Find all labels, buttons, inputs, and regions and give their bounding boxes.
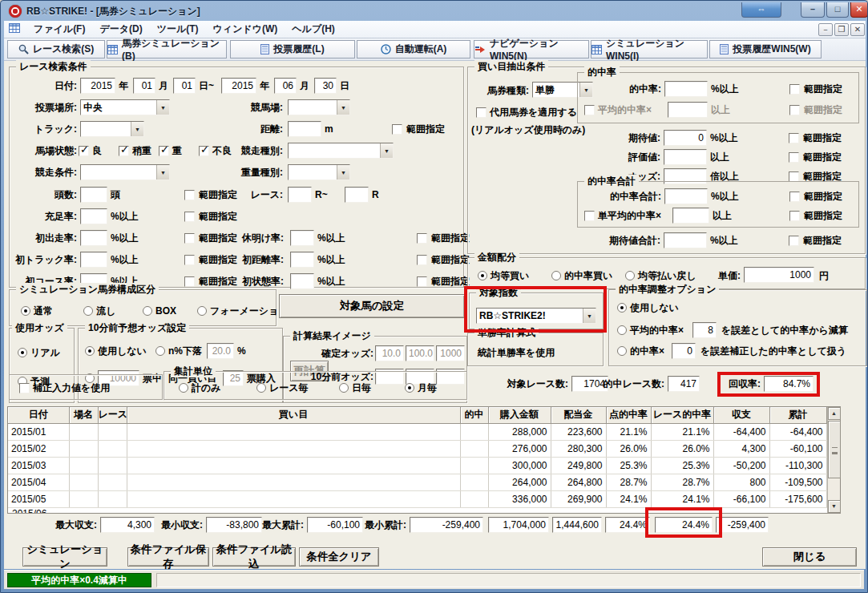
range-checkbox-icon[interactable]	[184, 233, 195, 244]
drop-percent-input[interactable]: 20.0	[207, 343, 234, 359]
first-run-rate-input[interactable]	[80, 230, 107, 246]
track-dropdown[interactable]: ▼	[80, 121, 144, 137]
venue-dropdown[interactable]: 中央▼	[80, 99, 170, 115]
range-checkbox-icon[interactable]	[789, 236, 799, 246]
close-dialog-button[interactable]: 閉じる	[762, 547, 857, 567]
range-checkbox-icon[interactable]	[184, 212, 195, 222]
table-row[interactable]: 2015/01288,000223,60021.1%21.1%-64,400-6…	[8, 423, 826, 440]
table-row[interactable]: 2015/03300,000249,80025.3%25.3%-50,200-1…	[8, 457, 826, 474]
evaluation-range-field[interactable]: 範囲指定	[789, 149, 842, 165]
shukei-day-radio[interactable]: 日毎	[339, 380, 371, 396]
kinto-payback-radio[interactable]: 均等払い戻し	[625, 268, 696, 284]
race-type-dropdown[interactable]: ▼	[288, 143, 394, 159]
menu-file[interactable]: ファイル(F)	[26, 21, 92, 38]
range-checkbox-icon[interactable]	[184, 276, 195, 287]
range-checkbox-icon[interactable]	[789, 84, 800, 95]
clear-all-conditions-button[interactable]: 条件全クリア	[299, 547, 379, 567]
dropdown-arrow-icon[interactable]: ▼	[380, 143, 393, 158]
race-to-input[interactable]	[345, 187, 369, 203]
menu-tools[interactable]: ツール(T)	[150, 21, 206, 38]
date-from-day-input[interactable]: 01	[173, 78, 196, 94]
date-to-month-input[interactable]: 06	[274, 78, 297, 94]
table-column-header[interactable]: 日付	[8, 407, 69, 423]
dropdown-arrow-icon[interactable]: ▼	[131, 122, 143, 136]
menu-window[interactable]: ウィンドウ(W)	[206, 21, 285, 38]
adjust-avg-multiplier-input[interactable]: 8	[692, 322, 717, 338]
dropdown-arrow-icon[interactable]: ▼	[337, 165, 349, 180]
simulation-button[interactable]: シミュレーション	[22, 547, 107, 567]
toolbar-simulation-button[interactable]: 馬券シミュレーション(B)	[107, 40, 227, 58]
avg-hit-range-field[interactable]: 範囲指定	[789, 102, 842, 118]
unit-price-input[interactable]: 1000	[744, 267, 814, 283]
close-button[interactable]: ✕	[850, 2, 868, 18]
odds-real-radio[interactable]: リアル	[18, 345, 60, 361]
date-from-year-input[interactable]: 2015	[80, 78, 115, 94]
shukei-month-radio[interactable]: 月毎	[405, 380, 437, 396]
range-checkbox-icon[interactable]	[417, 255, 427, 265]
range-checkbox-icon[interactable]	[789, 192, 800, 202]
scroll-down-icon[interactable]: ▼	[828, 500, 841, 513]
fixed-odds-input-2[interactable]: 100.0	[406, 345, 434, 361]
load-condition-file-button[interactable]: 条件ファイル読込	[212, 547, 296, 567]
dropdown-arrow-icon[interactable]: ▼	[337, 100, 349, 115]
range-checkbox-icon[interactable]	[417, 233, 427, 244]
fixed-odds-input-1[interactable]: 10.0	[375, 345, 404, 361]
table-row[interactable]: 2015/04264,000264,80028.7%28.7%800-109,5…	[8, 474, 826, 490]
table-row[interactable]: 2015/05336,000269,90024.1%24.1%-66,100-1…	[8, 490, 826, 507]
vertical-scrollbar[interactable]: ▲ ▼	[827, 407, 841, 513]
adjust-hit-radio[interactable]: 的中率×	[617, 343, 664, 359]
table-column-header[interactable]: 買い目	[127, 407, 460, 423]
range-checkbox-icon[interactable]	[184, 190, 195, 200]
range-checkbox-icon[interactable]	[789, 211, 800, 221]
table-column-header[interactable]: 的中	[460, 407, 488, 423]
tan-avg-checkbox[interactable]: 単平均的中率×	[584, 208, 661, 224]
rest-return-rate-input[interactable]	[290, 230, 314, 246]
hit-sum-range-field[interactable]: 範囲指定	[789, 188, 842, 204]
mdi-restore-button[interactable]: ❐	[834, 23, 849, 36]
save-condition-file-button[interactable]: 条件ファイル保存	[127, 547, 209, 567]
first-condition-rate-input[interactable]	[290, 273, 314, 289]
range-checkbox-icon[interactable]	[789, 133, 799, 143]
tan-avg-range-field[interactable]: 範囲指定	[789, 208, 842, 224]
table-column-header[interactable]: 累計	[769, 407, 826, 423]
table-column-header[interactable]: 点的中率	[606, 407, 651, 423]
kubun-nagashi-radio[interactable]: 流し	[83, 303, 115, 319]
pre10-none-radio[interactable]: 使用しない	[85, 343, 147, 359]
shukei-total-radio[interactable]: 計のみ	[179, 380, 221, 396]
menu-data[interactable]: データ(D)	[92, 21, 149, 38]
kinto-buy-radio[interactable]: 均等買い	[478, 268, 529, 284]
daiyo-checkbox[interactable]: 代用馬券を適用する	[476, 104, 577, 120]
expected-sum-input[interactable]	[664, 232, 707, 248]
adjust-avg-radio[interactable]: 平均的中率×	[617, 322, 684, 338]
toolbar-vote-history-win5-button[interactable]: 投票履歴WIN5(W)	[709, 40, 822, 58]
baba-omo-checkbox[interactable]: 重	[159, 143, 182, 159]
baba-ryo-checkbox[interactable]: 良	[79, 143, 102, 159]
dropdown-arrow-icon[interactable]: ▼	[583, 309, 595, 323]
racecourse-dropdown[interactable]: ▼	[288, 99, 350, 115]
race-condition-dropdown[interactable]: ▼	[80, 164, 170, 180]
avg-hit-checkbox[interactable]: 平均的中率×	[584, 102, 652, 118]
swap-window-button[interactable]: ⇔	[741, 2, 781, 18]
table-column-header[interactable]: 場名	[69, 407, 98, 423]
hosei-checkbox[interactable]: 補正入力値を使用	[19, 380, 110, 396]
scrollbar-thumb[interactable]	[828, 421, 841, 478]
expected-value-input[interactable]: 0	[664, 130, 707, 146]
date-from-month-input[interactable]: 01	[133, 78, 155, 94]
maximize-button[interactable]: □	[826, 2, 849, 18]
hit-rate-input[interactable]	[664, 81, 708, 97]
range-checkbox-icon[interactable]	[392, 124, 402, 135]
tan-avg-multiplier-input[interactable]	[672, 208, 709, 224]
date-to-day-input[interactable]: 30	[314, 78, 337, 94]
kubun-formation-radio[interactable]: フォーメーション	[197, 303, 289, 319]
table-column-header[interactable]: レース	[98, 407, 127, 423]
table-column-header[interactable]: 配当金	[551, 407, 606, 423]
shukei-race-radio[interactable]: レース毎	[256, 380, 309, 396]
distance-input[interactable]	[288, 121, 321, 137]
expected-sum-range-field[interactable]: 範囲指定	[789, 232, 842, 248]
scroll-up-icon[interactable]: ▲	[828, 407, 841, 420]
table-column-header[interactable]: 購入金額	[488, 407, 551, 423]
first-distance-range-field[interactable]: 範囲指定	[417, 252, 470, 268]
dropdown-arrow-icon[interactable]: ▼	[156, 100, 169, 115]
adjust-none-radio[interactable]: 使用しない	[617, 300, 679, 316]
fill-rate-input[interactable]	[80, 208, 107, 224]
